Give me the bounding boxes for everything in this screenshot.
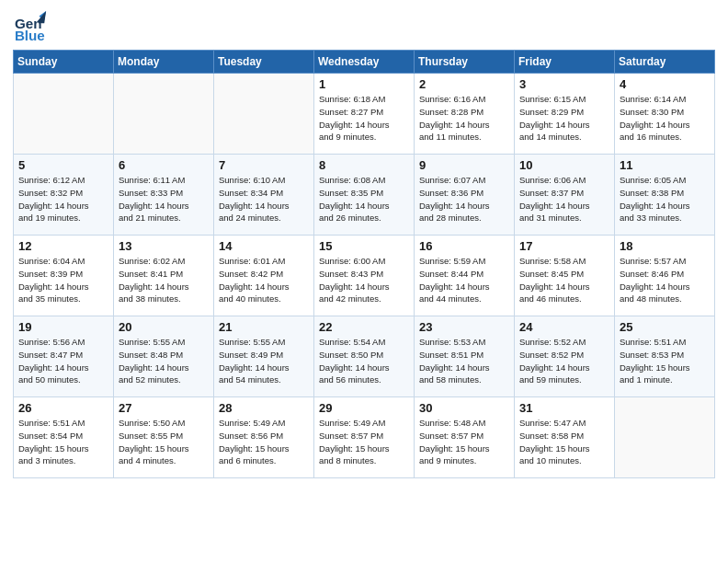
calendar-cell: 26Sunrise: 5:51 AMSunset: 8:54 PMDayligh… [14, 397, 114, 478]
calendar-week-4: 19Sunrise: 5:56 AMSunset: 8:47 PMDayligh… [14, 316, 715, 397]
calendar-cell: 31Sunrise: 5:47 AMSunset: 8:58 PMDayligh… [515, 397, 615, 478]
calendar-table: SundayMondayTuesdayWednesdayThursdayFrid… [13, 50, 715, 478]
day-number: 16 [419, 239, 509, 253]
day-number: 8 [319, 158, 409, 172]
cell-info: Sunrise: 5:56 AMSunset: 8:47 PMDaylight:… [18, 336, 108, 386]
day-number: 10 [519, 158, 609, 172]
cell-info: Sunrise: 5:55 AMSunset: 8:49 PMDaylight:… [219, 336, 309, 386]
col-header-monday: Monday [114, 51, 214, 74]
day-number: 28 [219, 401, 309, 415]
calendar-cell: 4Sunrise: 6:14 AMSunset: 8:30 PMDaylight… [615, 74, 715, 155]
page: Gen Blue SundayMondayTuesdayWednesdayThu… [0, 0, 728, 563]
svg-text:Blue: Blue [15, 28, 45, 43]
cell-info: Sunrise: 5:59 AMSunset: 8:44 PMDaylight:… [419, 255, 509, 305]
col-header-thursday: Thursday [415, 51, 515, 74]
calendar-cell: 7Sunrise: 6:10 AMSunset: 8:34 PMDaylight… [214, 155, 314, 236]
day-number: 3 [519, 77, 609, 91]
logo-icon: Gen Blue [13, 9, 48, 44]
day-number: 30 [419, 401, 509, 415]
calendar-cell: 23Sunrise: 5:53 AMSunset: 8:51 PMDayligh… [415, 316, 515, 397]
col-header-sunday: Sunday [14, 51, 114, 74]
cell-info: Sunrise: 6:15 AMSunset: 8:29 PMDaylight:… [519, 93, 609, 144]
day-number: 25 [620, 320, 710, 334]
cell-info: Sunrise: 6:07 AMSunset: 8:36 PMDaylight:… [419, 174, 509, 224]
calendar-cell: 10Sunrise: 6:06 AMSunset: 8:37 PMDayligh… [515, 155, 615, 236]
day-number: 21 [219, 320, 309, 334]
calendar-cell [114, 74, 214, 155]
calendar-cell: 15Sunrise: 6:00 AMSunset: 8:43 PMDayligh… [314, 236, 415, 316]
cell-info: Sunrise: 6:01 AMSunset: 8:42 PMDaylight:… [219, 255, 309, 305]
calendar-cell: 3Sunrise: 6:15 AMSunset: 8:29 PMDaylight… [515, 74, 615, 155]
calendar-cell: 28Sunrise: 5:49 AMSunset: 8:56 PMDayligh… [214, 397, 314, 478]
day-number: 13 [119, 239, 209, 253]
calendar-cell: 8Sunrise: 6:08 AMSunset: 8:35 PMDaylight… [314, 155, 415, 236]
day-number: 22 [319, 320, 409, 334]
cell-info: Sunrise: 5:58 AMSunset: 8:45 PMDaylight:… [519, 255, 609, 305]
calendar-cell: 29Sunrise: 5:49 AMSunset: 8:57 PMDayligh… [314, 397, 415, 478]
day-number: 9 [419, 158, 509, 172]
day-number: 23 [419, 320, 509, 334]
day-number: 26 [18, 401, 108, 415]
calendar-cell: 1Sunrise: 6:18 AMSunset: 8:27 PMDaylight… [314, 74, 415, 155]
calendar-cell [214, 74, 314, 155]
day-number: 6 [119, 158, 209, 172]
cell-info: Sunrise: 6:04 AMSunset: 8:39 PMDaylight:… [18, 255, 108, 305]
cell-info: Sunrise: 5:57 AMSunset: 8:46 PMDaylight:… [620, 255, 710, 305]
logo: Gen Blue [13, 9, 48, 44]
cell-info: Sunrise: 6:00 AMSunset: 8:43 PMDaylight:… [319, 255, 409, 305]
day-number: 2 [419, 77, 509, 91]
day-number: 18 [620, 239, 710, 253]
cell-info: Sunrise: 5:54 AMSunset: 8:50 PMDaylight:… [319, 336, 409, 386]
day-number: 14 [219, 239, 309, 253]
day-number: 4 [620, 77, 710, 91]
calendar-week-1: 1Sunrise: 6:18 AMSunset: 8:27 PMDaylight… [14, 74, 715, 155]
calendar-header-row: SundayMondayTuesdayWednesdayThursdayFrid… [14, 51, 715, 74]
cell-info: Sunrise: 6:05 AMSunset: 8:38 PMDaylight:… [620, 174, 710, 224]
col-header-tuesday: Tuesday [214, 51, 314, 74]
cell-info: Sunrise: 6:14 AMSunset: 8:30 PMDaylight:… [620, 93, 710, 144]
cell-info: Sunrise: 5:51 AMSunset: 8:53 PMDaylight:… [620, 336, 710, 386]
calendar-cell: 6Sunrise: 6:11 AMSunset: 8:33 PMDaylight… [114, 155, 214, 236]
calendar-cell [14, 74, 114, 155]
calendar-cell: 14Sunrise: 6:01 AMSunset: 8:42 PMDayligh… [214, 236, 314, 316]
cell-info: Sunrise: 6:02 AMSunset: 8:41 PMDaylight:… [119, 255, 209, 305]
day-number: 17 [519, 239, 609, 253]
cell-info: Sunrise: 5:49 AMSunset: 8:56 PMDaylight:… [219, 417, 309, 467]
col-header-wednesday: Wednesday [314, 51, 415, 74]
calendar-week-3: 12Sunrise: 6:04 AMSunset: 8:39 PMDayligh… [14, 236, 715, 316]
col-header-friday: Friday [515, 51, 615, 74]
cell-info: Sunrise: 5:50 AMSunset: 8:55 PMDaylight:… [119, 417, 209, 467]
calendar-week-2: 5Sunrise: 6:12 AMSunset: 8:32 PMDaylight… [14, 155, 715, 236]
day-number: 29 [319, 401, 409, 415]
calendar-cell [615, 397, 715, 478]
calendar-cell: 27Sunrise: 5:50 AMSunset: 8:55 PMDayligh… [114, 397, 214, 478]
calendar-cell: 12Sunrise: 6:04 AMSunset: 8:39 PMDayligh… [14, 236, 114, 316]
cell-info: Sunrise: 5:51 AMSunset: 8:54 PMDaylight:… [18, 417, 108, 467]
calendar-cell: 19Sunrise: 5:56 AMSunset: 8:47 PMDayligh… [14, 316, 114, 397]
cell-info: Sunrise: 6:16 AMSunset: 8:28 PMDaylight:… [419, 93, 509, 144]
calendar-cell: 24Sunrise: 5:52 AMSunset: 8:52 PMDayligh… [515, 316, 615, 397]
cell-info: Sunrise: 5:52 AMSunset: 8:52 PMDaylight:… [519, 336, 609, 386]
day-number: 19 [18, 320, 108, 334]
calendar-cell: 18Sunrise: 5:57 AMSunset: 8:46 PMDayligh… [615, 236, 715, 316]
cell-info: Sunrise: 6:12 AMSunset: 8:32 PMDaylight:… [18, 174, 108, 224]
header: Gen Blue [13, 9, 715, 44]
day-number: 31 [519, 401, 609, 415]
day-number: 24 [519, 320, 609, 334]
calendar-cell: 9Sunrise: 6:07 AMSunset: 8:36 PMDaylight… [415, 155, 515, 236]
cell-info: Sunrise: 5:48 AMSunset: 8:57 PMDaylight:… [419, 417, 509, 467]
cell-info: Sunrise: 6:11 AMSunset: 8:33 PMDaylight:… [119, 174, 209, 224]
cell-info: Sunrise: 6:10 AMSunset: 8:34 PMDaylight:… [219, 174, 309, 224]
day-number: 15 [319, 239, 409, 253]
calendar-cell: 2Sunrise: 6:16 AMSunset: 8:28 PMDaylight… [415, 74, 515, 155]
cell-info: Sunrise: 5:53 AMSunset: 8:51 PMDaylight:… [419, 336, 509, 386]
calendar-cell: 16Sunrise: 5:59 AMSunset: 8:44 PMDayligh… [415, 236, 515, 316]
day-number: 1 [319, 77, 409, 91]
cell-info: Sunrise: 6:18 AMSunset: 8:27 PMDaylight:… [319, 93, 409, 144]
calendar-cell: 11Sunrise: 6:05 AMSunset: 8:38 PMDayligh… [615, 155, 715, 236]
day-number: 7 [219, 158, 309, 172]
calendar-week-5: 26Sunrise: 5:51 AMSunset: 8:54 PMDayligh… [14, 397, 715, 478]
cell-info: Sunrise: 5:55 AMSunset: 8:48 PMDaylight:… [119, 336, 209, 386]
day-number: 5 [18, 158, 108, 172]
calendar-cell: 21Sunrise: 5:55 AMSunset: 8:49 PMDayligh… [214, 316, 314, 397]
